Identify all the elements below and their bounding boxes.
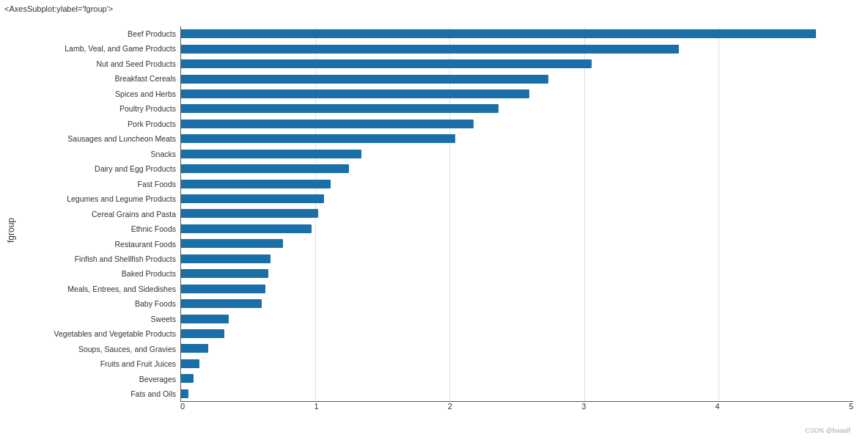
y-label: Baked Products <box>19 268 176 281</box>
bar-row <box>181 87 853 100</box>
bar <box>181 104 499 113</box>
bar-row <box>181 102 853 115</box>
x-tick-container: 012345 <box>180 402 853 411</box>
bar <box>181 150 361 158</box>
y-label: Fruits and Fruit Juices <box>19 358 176 371</box>
bar <box>181 299 262 308</box>
bar-row <box>181 342 853 355</box>
bar-row <box>181 327 853 340</box>
y-label: Pork Products <box>19 117 176 131</box>
bar-row <box>181 222 853 235</box>
bar <box>181 359 199 368</box>
bar <box>181 239 283 248</box>
bar-row <box>181 162 853 175</box>
bar-row <box>181 117 853 131</box>
y-axis-title: fgroup <box>3 21 19 440</box>
bar-row <box>181 237 853 250</box>
bar <box>181 120 474 128</box>
bar-row <box>181 357 853 370</box>
axes-subplot-label: <AxesSubplot:ylabel='fgroup'> <box>4 4 113 13</box>
bar <box>181 164 349 173</box>
y-label: Vegetables and Vegetable Products <box>19 328 176 341</box>
bar <box>181 254 271 263</box>
y-label: Sausages and Luncheon Meats <box>19 133 176 146</box>
bar <box>181 269 268 278</box>
bar-row <box>181 192 853 205</box>
bar-row <box>181 372 853 385</box>
bar-row <box>181 73 853 86</box>
bars-section: Beef ProductsLamb, Veal, and Game Produc… <box>19 26 853 402</box>
x-tick-label: 5 <box>849 402 853 411</box>
bar <box>181 374 194 383</box>
bar-row <box>181 132 853 145</box>
plot-container: Beef ProductsLamb, Veal, and Game Produc… <box>19 21 868 440</box>
y-label: Meals, Entrees, and Sidedishes <box>19 282 176 296</box>
bar <box>181 194 324 203</box>
bar <box>181 180 331 188</box>
x-tick-label: 4 <box>716 402 720 411</box>
chart-area: fgroup Beef ProductsLamb, Veal, and Game… <box>0 21 868 440</box>
y-label: Lamb, Veal, and Game Products <box>19 43 176 56</box>
bar-row <box>181 27 853 40</box>
bar-row <box>181 207 853 220</box>
bar-row <box>181 252 853 265</box>
y-label: Nut and Seed Products <box>19 57 176 70</box>
y-label: Soups, Sauces, and Gravies <box>19 342 176 356</box>
bar <box>181 285 265 293</box>
y-label: Ethnic Foods <box>19 222 176 235</box>
watermark: CSDN @baaalf <box>805 427 850 434</box>
y-label: Sweets <box>19 312 176 326</box>
y-label: Fast Foods <box>19 177 176 191</box>
bar-row <box>181 387 853 400</box>
bar <box>181 315 229 323</box>
bar <box>181 134 455 143</box>
y-label: Fats and Oils <box>19 387 176 400</box>
page: <AxesSubplot:ylabel='fgroup'> fgroup Bee… <box>0 0 868 440</box>
x-tick-label: 1 <box>314 402 318 411</box>
y-label: Beverages <box>19 373 176 386</box>
bar <box>181 224 312 233</box>
y-label: Finfish and Shellfish Products <box>19 252 176 265</box>
x-axis-area: 012345 <box>180 402 853 411</box>
bar <box>181 344 208 353</box>
bars-grid <box>180 26 853 402</box>
bar-row <box>181 312 853 326</box>
bar-row <box>181 297 853 310</box>
bar <box>181 59 592 68</box>
bar-row <box>181 282 853 296</box>
bar-row <box>181 147 853 161</box>
y-label: Spices and Herbs <box>19 87 176 100</box>
y-label: Legumes and Legume Products <box>19 192 176 205</box>
bar <box>181 329 224 338</box>
bar-row <box>181 43 853 56</box>
x-tick-label: 2 <box>448 402 452 411</box>
x-tick-label: 3 <box>581 402 586 411</box>
bar <box>181 75 548 84</box>
bar <box>181 389 188 398</box>
y-label: Breakfast Cereals <box>19 73 176 86</box>
y-label: Poultry Products <box>19 103 176 116</box>
bar-row <box>181 177 853 191</box>
bar <box>181 29 816 38</box>
y-label: Beef Products <box>19 27 176 40</box>
y-label: Baby Foods <box>19 298 176 311</box>
y-label: Restaurant Foods <box>19 238 176 251</box>
bar <box>181 209 318 218</box>
y-label: Dairy and Egg Products <box>19 162 176 175</box>
bars-wrapper <box>181 26 853 401</box>
y-label: Cereal Grains and Pasta <box>19 208 176 221</box>
bar <box>181 89 529 98</box>
bar-row <box>181 57 853 70</box>
x-tick-label: 0 <box>180 402 185 411</box>
y-label: Snacks <box>19 147 176 161</box>
bar <box>181 45 679 54</box>
y-labels: Beef ProductsLamb, Veal, and Game Produc… <box>19 26 180 402</box>
bar-row <box>181 267 853 280</box>
